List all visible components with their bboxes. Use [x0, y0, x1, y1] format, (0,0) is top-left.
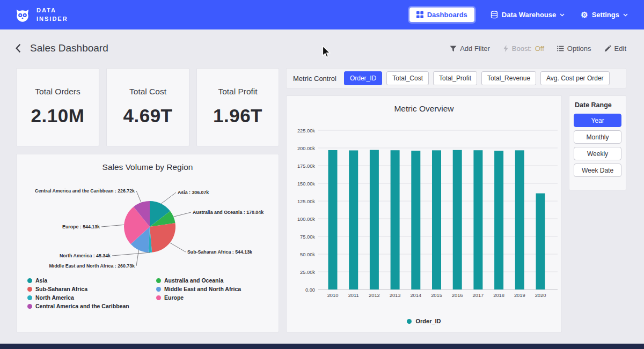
gear-icon: ⚙ [581, 11, 588, 19]
pie-legend-col-1: Asia Sub-Saharan Africa North America Ce… [27, 277, 156, 309]
bar-chart-legend[interactable]: Order_ID [287, 318, 561, 324]
pie-label-sub-saharan-africa: Sub-Saharan Africa : 544.13k [187, 249, 252, 255]
date-range-weekly-button[interactable]: Weekly [574, 147, 621, 160]
navbar-menu: Dashboards Data Warehouse ⚙ Settings [409, 8, 628, 22]
pencil-icon [604, 45, 611, 52]
legend-label: Australia and Oceania [164, 277, 223, 284]
metric-button-total-revenue[interactable]: Total_Revenue [481, 71, 536, 85]
x-tick-label: 2014 [410, 293, 421, 298]
pie-legend-col-2: Australia and Oceania Middle East and No… [156, 277, 241, 309]
bottom-bar [0, 344, 644, 349]
kpi-value: 2.10M [31, 105, 85, 127]
pie-label-line [101, 225, 124, 227]
boost-toggle[interactable]: Boost: Off [503, 44, 544, 53]
bar-2016[interactable] [453, 150, 462, 289]
filter-funnel-icon [450, 46, 457, 52]
options-list-icon [557, 46, 564, 51]
kpi-value: 4.69T [123, 105, 173, 127]
mouse-cursor [322, 46, 331, 58]
y-tick-label: 225.00k [297, 128, 315, 133]
legend-item-asia[interactable]: Asia [27, 277, 156, 284]
legend-label: Central America and the Caribbean [35, 303, 129, 309]
x-tick-label: 2016 [452, 293, 463, 298]
bar-2015[interactable] [432, 150, 441, 289]
top-navbar: DATA INSIDER Dashboards D [0, 0, 644, 29]
legend-dot [27, 295, 32, 300]
x-tick-label: 2018 [493, 293, 504, 298]
bar-2019[interactable] [515, 150, 524, 289]
x-tick-label: 2020 [535, 293, 546, 298]
date-range-week-date-button[interactable]: Week Date [574, 164, 621, 177]
metric-control-bar: Metric Control Order_ID Total_Cost Total… [286, 68, 626, 88]
legend-label: Sub-Saharan Africa [35, 286, 87, 292]
pie-label-line [136, 250, 139, 266]
legend-dot [407, 319, 412, 324]
kpi-value: 1.96T [213, 105, 262, 127]
pie-label-line [173, 212, 191, 217]
kpi-label: Total Profit [218, 87, 257, 96]
legend-dot [156, 295, 161, 300]
settings-menu[interactable]: ⚙ Settings [581, 11, 628, 19]
legend-item-sub-saharan-africa[interactable]: Sub-Saharan Africa [27, 286, 156, 292]
pie-label-europe: Europe : 544.13k [62, 224, 100, 229]
bar-2013[interactable] [391, 150, 400, 289]
x-tick-label: 2013 [390, 293, 401, 298]
y-tick-label: 125.00k [297, 199, 315, 204]
bar-2017[interactable] [473, 150, 482, 289]
legend-item-europe[interactable]: Europe [156, 294, 241, 301]
date-range-year-button[interactable]: Year [574, 114, 621, 127]
brand-name: DATA INSIDER [36, 6, 68, 23]
data-warehouse-menu[interactable]: Data Warehouse [491, 11, 565, 19]
page-title: Sales Dashboard [30, 42, 108, 54]
metric-button-order-id[interactable]: Order_ID [344, 71, 382, 85]
pie-chart[interactable]: Asia : 306.07kAustralia and Oceania : 17… [17, 172, 279, 275]
x-tick-label: 2017 [473, 293, 484, 298]
header-actions: Add Filter Boost: Off Options Ed [450, 44, 626, 53]
metric-button-total-cost[interactable]: Total_Cost [386, 71, 429, 85]
legend-label: Asia [35, 277, 47, 284]
add-filter-button[interactable]: Add Filter [450, 44, 490, 53]
legend-item-central-america[interactable]: Central America and the Caribbean [27, 303, 156, 309]
pie-slice-sub-saharan-africa[interactable] [150, 223, 175, 253]
bar-2011[interactable] [349, 150, 358, 289]
dashboards-label: Dashboards [427, 11, 467, 19]
pie-label-australia-and-oceania: Australia and Oceania : 170.04k [193, 210, 264, 215]
y-tick-label: 100.00k [297, 217, 315, 222]
x-tick-label: 2011 [348, 293, 359, 298]
legend-item-middle-east-north-africa[interactable]: Middle East and North Africa [156, 286, 241, 292]
legend-label: Middle East and North Africa [164, 286, 241, 292]
brand-line1: DATA [36, 6, 68, 14]
boost-value: Off [535, 44, 544, 53]
bar-chart[interactable]: 0.0025.00k50.00k75.00k100.00k125.00k150.… [287, 115, 561, 303]
legend-label: Europe [164, 294, 184, 301]
metric-button-total-profit[interactable]: Total_Profit [433, 71, 477, 85]
date-range-monthly-button[interactable]: Monthly [574, 130, 621, 144]
legend-item-north-america[interactable]: North America [27, 294, 156, 301]
kpi-card-total-profit: Total Profit 1.96T [196, 68, 279, 146]
legend-item-australia-oceania[interactable]: Australia and Oceania [156, 277, 241, 284]
bar-2014[interactable] [411, 151, 420, 289]
dashboards-grid-icon [416, 11, 423, 18]
metric-button-avg-cost-per-order[interactable]: Avg. Cost per Order [540, 71, 610, 85]
options-button[interactable]: Options [557, 44, 591, 53]
y-tick-label: 25.00k [300, 270, 315, 275]
bar-2012[interactable] [370, 150, 379, 289]
bar-2010[interactable] [328, 150, 338, 289]
legend-dot [27, 287, 32, 292]
back-button[interactable] [14, 43, 22, 53]
sales-volume-card: Sales Volume by Region Asia : 306.07kAus… [16, 154, 279, 332]
bar-2020[interactable] [536, 194, 545, 289]
edit-button[interactable]: Edit [604, 44, 626, 53]
bar-2018[interactable] [494, 151, 503, 289]
metric-control-label: Metric Control [293, 75, 336, 83]
legend-dot [156, 278, 161, 283]
y-tick-label: 150.00k [297, 181, 315, 187]
chevron-down-icon [623, 13, 628, 17]
brand[interactable]: DATA INSIDER [14, 6, 68, 24]
kpi-label: Total Cost [129, 87, 166, 96]
app-window: DATA INSIDER Dashboards D [0, 0, 644, 349]
dashboards-button[interactable]: Dashboards [409, 8, 474, 22]
kpi-label: Total Orders [35, 87, 80, 96]
kpi-card-total-cost: Total Cost 4.69T [106, 68, 189, 146]
legend-label: Order_ID [415, 318, 441, 324]
